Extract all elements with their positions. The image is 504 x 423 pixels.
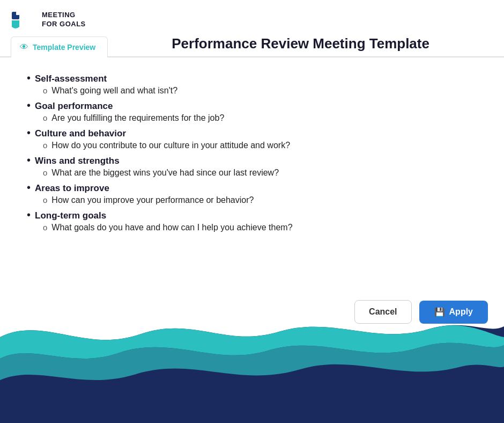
apply-button[interactable]: 💾 Apply — [419, 301, 488, 324]
action-row: Cancel 💾 Apply — [354, 300, 488, 324]
sub-bullet-icon: o — [43, 113, 47, 122]
item-title: Wins and strengths — [35, 156, 120, 166]
sub-bullet-icon: o — [43, 86, 47, 95]
item-sub: What's going well and what isn't? — [51, 86, 177, 96]
list-item: • Culture and behavior o How do you cont… — [27, 127, 477, 150]
template-preview-tab[interactable]: 👁 Template Preview — [11, 37, 108, 57]
bullet-icon: • — [27, 72, 31, 83]
tab-label: Template Preview — [33, 43, 95, 52]
item-sub: How can you improve your performance or … — [51, 195, 254, 205]
eye-icon: 👁 — [20, 42, 28, 52]
item-title: Self-assessment — [35, 74, 107, 84]
svg-rect-2 — [16, 12, 19, 15]
item-title: Culture and behavior — [35, 128, 126, 139]
bullet-icon: • — [27, 182, 31, 193]
bullet-icon: • — [27, 209, 31, 220]
sub-bullet-icon: o — [43, 141, 47, 150]
page-title-area: Performance Review Meeting Template — [108, 35, 493, 56]
save-icon: 💾 — [434, 307, 445, 317]
list-item: • Goal performance o Are you fulfilling … — [27, 100, 477, 123]
item-title: Areas to improve — [35, 183, 109, 194]
bullet-icon: • — [27, 155, 31, 165]
list-item: • Areas to improve o How can you improve… — [27, 182, 477, 205]
sub-bullet-icon: o — [43, 168, 47, 177]
item-sub: What goals do you have and how can I hel… — [51, 223, 292, 232]
logo-icon — [11, 10, 35, 30]
sub-bullet-icon: o — [43, 223, 47, 232]
bullet-icon: • — [27, 127, 31, 138]
bullet-icon: • — [27, 100, 31, 111]
item-sub: How do you contribute to our culture in … — [51, 141, 290, 150]
item-sub: What are the biggest wins you've had sin… — [51, 168, 279, 178]
header: MEETING FOR GOALS — [0, 0, 504, 35]
sub-bullet-icon: o — [43, 195, 47, 205]
content-area: • Self-assessment o What's going well an… — [0, 57, 504, 247]
cancel-button[interactable]: Cancel — [354, 300, 411, 324]
page-title: Performance Review Meeting Template — [172, 35, 429, 52]
list-item: • Wins and strengths o What are the bigg… — [27, 155, 477, 178]
item-title: Long-term goals — [35, 210, 106, 221]
item-sub: Are you fulfilling the requirements for … — [51, 113, 224, 123]
item-title: Goal performance — [35, 101, 113, 112]
tab-bar: 👁 Template Preview Performance Review Me… — [0, 35, 504, 57]
agenda-list: • Self-assessment o What's going well an… — [27, 72, 477, 232]
apply-label: Apply — [449, 307, 473, 317]
list-item: • Self-assessment o What's going well an… — [27, 72, 477, 96]
logo-text: MEETING FOR GOALS — [42, 11, 86, 29]
list-item: • Long-term goals o What goals do you ha… — [27, 209, 477, 232]
